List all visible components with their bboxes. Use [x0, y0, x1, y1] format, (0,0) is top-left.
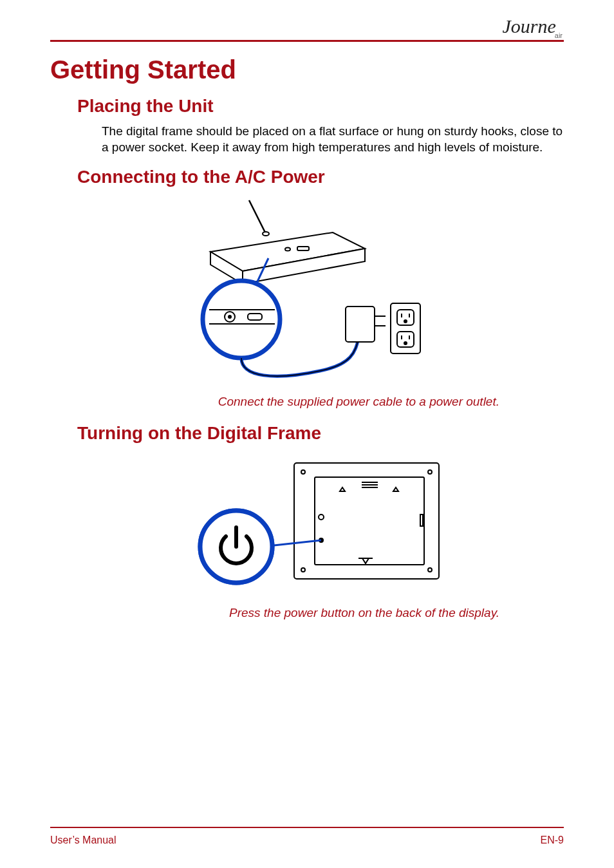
- svg-rect-24: [315, 477, 424, 565]
- figure-power-button-caption: Press the power button on the back of th…: [50, 606, 499, 620]
- section-placing-title: Placing the Unit: [77, 96, 564, 117]
- section-placing-body: The digital frame should be placed on a …: [102, 123, 564, 155]
- svg-point-26: [428, 470, 432, 474]
- section-connecting-title: Connecting to the A/C Power: [77, 167, 564, 187]
- svg-rect-3: [297, 247, 309, 250]
- svg-line-0: [249, 200, 265, 232]
- brand-logo: Journeair: [502, 15, 564, 37]
- svg-point-28: [428, 568, 432, 572]
- figure-power-connection: [50, 194, 564, 390]
- footer-page-number: EN-9: [541, 835, 564, 846]
- svg-point-25: [301, 470, 305, 474]
- svg-rect-11: [346, 307, 375, 342]
- section-turning-on-title: Turning on the Digital Frame: [77, 423, 564, 444]
- brand-name: Journe: [502, 15, 555, 37]
- power-connection-illustration: [172, 194, 442, 387]
- svg-point-19: [404, 320, 407, 323]
- svg-point-2: [285, 248, 290, 251]
- svg-rect-32: [420, 514, 423, 526]
- svg-point-33: [319, 514, 324, 520]
- svg-point-27: [301, 568, 305, 572]
- chapter-title: Getting Started: [50, 55, 564, 84]
- brand-sub: air: [555, 32, 563, 39]
- power-button-illustration: [165, 450, 449, 598]
- figure-power-button: [50, 450, 564, 601]
- header-divider: [50, 40, 564, 42]
- footer-doc-title: User’s Manual: [50, 835, 116, 846]
- page-content: Getting Started Placing the Unit The dig…: [50, 52, 564, 634]
- svg-point-22: [404, 342, 407, 344]
- manual-page: Journeair Getting Started Placing the Un…: [0, 0, 614, 868]
- footer-divider: [50, 827, 564, 828]
- svg-point-1: [263, 232, 269, 236]
- figure-power-caption: Connect the supplied power cable to a po…: [50, 395, 499, 409]
- svg-point-9: [228, 315, 232, 319]
- svg-point-5: [203, 281, 280, 358]
